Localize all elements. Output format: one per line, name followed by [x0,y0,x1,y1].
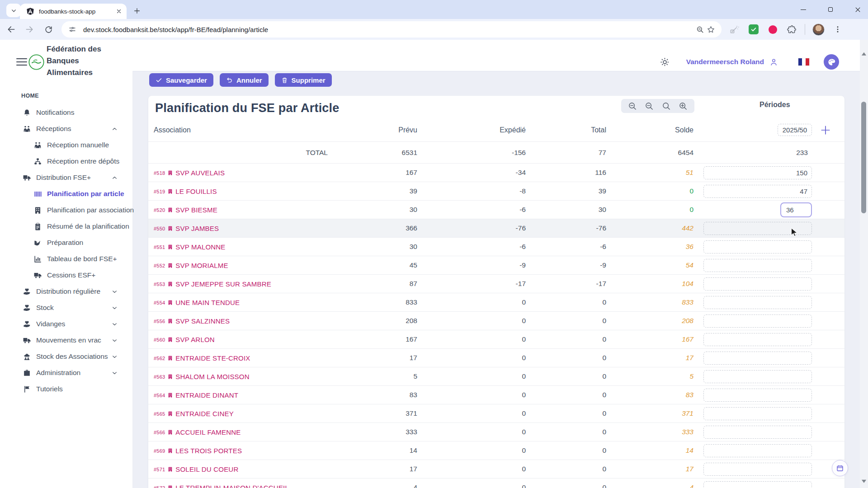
table-row[interactable]: #564ENTRAIDE DINANT830083 [148,386,844,404]
period-quantity-input[interactable] [703,444,812,457]
zoom-indicator-icon[interactable] [694,24,705,35]
association-link[interactable]: #566ACCUEIL FAMENNE [154,428,343,436]
table-row[interactable]: #565ENTRAIDE CINEY37100371 [148,404,844,423]
period-quantity-input[interactable] [703,277,812,291]
period-quantity-input[interactable] [703,407,812,420]
scrollbar-thumb[interactable] [861,102,866,213]
sidebar-item-tableau-de-bord-fse[interactable]: Tableau de bord FSE+ [0,251,132,267]
sidebar-item-stock-des-associations[interactable]: Stock des Associations [0,348,132,365]
new-tab-button[interactable] [130,4,144,18]
table-row[interactable]: #551SVP MALONNE30-6-636 [148,238,844,256]
reload-button[interactable] [42,23,54,35]
sidebar-item-r-ception-manuelle[interactable]: Réception manuelle [0,137,132,153]
table-row[interactable]: #556SVP SALZINNES20800208 [148,312,844,330]
table-row[interactable]: #520SVP BIESME30-6300 [148,201,844,219]
table-row[interactable]: #562ENTRAIDE STE-CROIX170017 [148,349,844,367]
sidebar-item-mouvements-en-vrac[interactable]: Mouvements en vrac [0,332,132,348]
sidebar-item-stock[interactable]: Stock [0,300,132,316]
close-window-button[interactable] [852,4,863,15]
table-row[interactable]: #553SVP JEMEPPE SUR SAMBRE87-17-17104 [148,275,844,293]
association-link[interactable]: #554UNE MAIN TENDUE [154,299,343,306]
sidebar-item-r-ceptions[interactable]: Réceptions [0,121,132,137]
table-row[interactable]: #569LES TROIS PORTES140014 [148,441,844,460]
table-row[interactable]: #572LE TREMPLIN-MAISON D'ACCUEIL4004 [148,479,844,488]
zoom-in-button[interactable] [678,101,688,111]
sidebar-item-distribution-r-guli-re[interactable]: Distribution régulière [0,283,132,300]
period-quantity-input[interactable] [703,426,812,439]
association-link[interactable]: #556SVP SALZINNES [154,317,343,325]
site-settings-icon[interactable] [67,24,78,35]
url-text[interactable]: dev.stock.foodbanksit.be/stock/app/fr-BE… [83,26,694,33]
recorder-extension-icon[interactable] [767,23,778,35]
table-row[interactable]: #550SVP JAMBES366-76-76442 [148,219,844,238]
forward-button[interactable] [24,23,35,35]
user-profile-icon[interactable] [769,57,778,67]
tab-close-icon[interactable] [115,7,123,15]
period-quantity-input[interactable] [703,389,812,402]
delete-button[interactable]: Supprimer [275,73,332,87]
sidebar-item-distribution-fse[interactable]: Distribution FSE+ [0,169,132,186]
association-link[interactable]: #518SVP AUVELAIS [154,169,343,177]
search-button[interactable] [661,101,671,111]
period-quantity-input[interactable] [703,314,812,328]
sidebar-item-planification-par-article[interactable]: Planification par article [0,186,132,202]
sidebar-item-administration[interactable]: Administration [0,365,132,381]
period-quantity-input[interactable] [703,296,812,309]
wand-extension-icon[interactable] [729,23,741,35]
table-row[interactable]: #560SVP ARLON16700167 [148,330,844,349]
maximize-button[interactable] [825,4,836,15]
association-link[interactable]: #550SVP JAMBES [154,225,343,232]
period-quantity-input[interactable] [703,333,812,346]
association-link[interactable]: #571SOLEIL DU COEUR [154,465,343,473]
table-row[interactable]: #518SVP AUVELAIS167-3411651 [148,164,844,182]
association-link[interactable]: #520SVP BIESME [154,206,343,214]
period-quantity-input[interactable] [703,352,812,365]
back-button[interactable] [5,23,17,35]
calendar-fab-button[interactable] [832,460,848,476]
cancel-button[interactable]: Annuler [220,73,269,87]
period-quantity-input[interactable] [703,481,812,488]
table-row[interactable]: #554UNE MAIN TENDUE83300833 [148,293,844,312]
check-extension-icon[interactable] [748,23,760,35]
period-quantity-input[interactable] [703,166,812,179]
tab-search-button[interactable] [6,4,21,17]
table-row[interactable]: #563SHALOM LA MOISSON5005 [148,367,844,386]
association-link[interactable]: #552SVP MORIALME [154,262,343,269]
period-quantity-input[interactable] [703,370,812,383]
add-period-button[interactable] [820,124,831,136]
minimize-button[interactable] [797,4,809,15]
table-row[interactable]: #519LE FOUILLIS39-8390 [148,182,844,201]
table-row[interactable]: #566ACCUEIL FAMENNE33300333 [148,423,844,441]
sidebar-item-cessions-esf[interactable]: Cessions ESF+ [0,267,132,283]
association-link[interactable]: #564ENTRAIDE DINANT [154,391,343,399]
sidebar-item-tutoriels[interactable]: Tutoriels [0,381,132,397]
association-link[interactable]: #572LE TREMPLIN-MAISON D'ACCUEIL [154,484,343,488]
browser-tab[interactable]: foodbanks-stock-app [20,4,127,19]
table-row[interactable]: #571SOLEIL DU COEUR170017 [148,460,844,479]
period-quantity-input[interactable] [703,259,812,272]
hamburger-menu-icon[interactable] [16,58,27,66]
association-link[interactable]: #551SVP MALONNE [154,243,343,251]
period-quantity-input[interactable] [703,185,812,198]
sidebar-item-r-ception-entre-d-p-ts[interactable]: Réception entre dépôts [0,153,132,169]
period-quantity-input[interactable] [703,463,812,476]
association-link[interactable]: #563SHALOM LA MOISSON [154,373,343,380]
association-link[interactable]: #562ENTRAIDE STE-CROIX [154,354,343,362]
association-link[interactable]: #553SVP JEMEPPE SUR SAMBRE [154,280,343,288]
browser-menu-icon[interactable] [832,23,844,35]
extensions-puzzle-icon[interactable] [786,23,797,35]
association-link[interactable]: #565ENTRAIDE CINEY [154,410,343,418]
period-chip[interactable]: 2025/50 [778,124,812,136]
scroll-down-icon[interactable] [861,477,867,482]
sidebar-item-planification-par-association[interactable]: Planification par association [0,202,132,218]
zoom-out-button[interactable] [627,101,637,111]
bookmark-star-icon[interactable] [705,24,716,35]
profile-avatar[interactable] [812,23,825,36]
period-quantity-input[interactable] [780,202,812,217]
theme-palette-button[interactable] [824,54,839,70]
theme-toggle-icon[interactable] [660,57,670,67]
scroll-up-icon[interactable] [861,50,867,54]
association-link[interactable]: #569LES TROIS PORTES [154,447,343,455]
address-bar[interactable]: dev.stock.foodbanksit.be/stock/app/fr-BE… [61,21,722,38]
save-button[interactable]: Sauvegarder [149,73,213,87]
